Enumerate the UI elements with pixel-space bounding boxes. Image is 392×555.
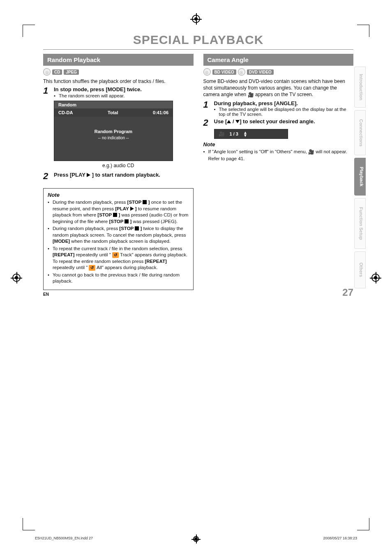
angle-count: 1 / 3 <box>230 131 238 136</box>
note-item: During the random playback, press [STOP … <box>48 199 189 225</box>
page-number: 27 <box>342 287 353 298</box>
registration-mark-top <box>192 15 200 23</box>
footer-file: E5H21UD_NB500MS9_EN.indd 27 <box>35 536 93 540</box>
step-number: 1 <box>43 86 51 98</box>
crop-mark-tl <box>23 25 35 37</box>
badge-jpeg: JPEG <box>64 69 79 75</box>
disc-icon: ◎ <box>43 68 51 76</box>
repeat-icon <box>89 265 95 271</box>
crop-mark-br <box>357 518 369 530</box>
angle-icon: 🎥 <box>219 131 225 137</box>
note-item: You cannot go back to the previous track… <box>48 272 189 285</box>
side-tabs: Introduction Connections Playback Functi… <box>354 67 366 288</box>
step-number: 2 <box>43 172 51 181</box>
badge-cd: CD <box>52 69 62 75</box>
repeat-icon <box>112 252 119 258</box>
step-1-right: 1 During playback, press [ANGLE]. The se… <box>203 100 354 117</box>
tab-playback: Playback <box>354 158 366 196</box>
note-box-left: Note During the random playback, press [… <box>43 188 194 290</box>
tab-connections: Connections <box>354 110 366 155</box>
registration-mark-right <box>371 274 380 282</box>
tab-others: Others <box>354 251 366 288</box>
osd-label-right: 0:41:06 <box>153 110 168 115</box>
disc-badges-right: ◎ BD VIDEO ◎ DVD VIDEO <box>203 68 354 76</box>
step-1-sub: The random screen will appear. <box>54 93 194 98</box>
up-arrow-icon <box>227 120 231 123</box>
title-rule <box>43 49 353 50</box>
badge-dvd-video: DVD VIDEO <box>247 69 274 75</box>
left-column: Random Playback ◎ CD JPEG This function … <box>43 54 194 290</box>
intro-left: This function shuffles the playback orde… <box>43 78 194 85</box>
tab-introduction: Introduction <box>354 67 366 108</box>
step-2-main-r: Use [ / ] to select your desired angle. <box>214 118 354 125</box>
osd-body-line1: Random Program <box>54 129 173 134</box>
step-1-left: 1 In stop mode, press [MODE] twice. The … <box>43 86 194 98</box>
down-arrow-icon <box>235 120 240 123</box>
page-lang: EN <box>43 292 49 297</box>
step-number: 1 <box>203 100 211 117</box>
right-column: Camera Angle ◎ BD VIDEO ◎ DVD VIDEO Some… <box>203 54 354 290</box>
registration-mark-bottom <box>193 536 199 543</box>
main-title: SPECIAL PLAYBACK <box>43 33 353 47</box>
footer-timestamp: 2008/05/27 16:38:23 <box>323 536 357 540</box>
osd-random-screen: Random CD-DA Total 0:41:06 Random Progra… <box>54 101 173 161</box>
note-right: Note If "Angle Icon" setting is "Off" in… <box>203 141 354 162</box>
play-icon <box>87 173 90 177</box>
disc-icon: ◎ <box>238 68 245 76</box>
up-down-arrows-icon: ▲▼ <box>243 131 247 137</box>
osd-title: Random <box>54 101 173 108</box>
osd-label-left: CD-DA <box>58 110 73 115</box>
note-heading: Note <box>48 192 189 198</box>
badge-bd-video: BD VIDEO <box>212 69 236 75</box>
osd-label-mid: Total <box>108 110 118 115</box>
note-item: If "Angle Icon" setting is "Off" in "Oth… <box>203 149 354 162</box>
crop-mark-bl <box>23 518 35 530</box>
heading-random-playback: Random Playback <box>43 54 194 66</box>
play-icon <box>130 207 134 211</box>
step-2-main: Press [PLAY ] to start random playback. <box>54 172 194 179</box>
step-1-sub-r: The selected angle will be displayed on … <box>214 107 354 117</box>
intro-right: Some BD-video and DVD-video contain scen… <box>203 78 354 99</box>
angle-icon: 🎥 <box>308 149 314 155</box>
note-item: During random playback, press [STOP ] tw… <box>48 226 189 245</box>
step-2-right: 2 Use [ / ] to select your desired angle… <box>203 118 354 127</box>
angle-icon: 🎥 <box>248 92 254 98</box>
step-2-left: 2 Press [PLAY ] to start random playback… <box>43 172 194 181</box>
heading-camera-angle: Camera Angle <box>203 54 354 66</box>
step-number: 2 <box>203 118 211 127</box>
print-footer: E5H21UD_NB500MS9_EN.indd 27 2008/05/27 1… <box>35 536 357 540</box>
step-1-main-r: During playback, press [ANGLE]. <box>214 100 354 107</box>
stop-icon <box>113 213 117 217</box>
tab-function-setup: Function Setup <box>354 198 366 249</box>
registration-mark-left <box>12 274 21 282</box>
crop-mark-tr <box>357 25 369 37</box>
angle-osd-bar: 🎥 1 / 3 ▲▼ <box>214 129 288 139</box>
disc-badges-left: ◎ CD JPEG <box>43 68 194 76</box>
note-heading: Note <box>203 141 354 147</box>
osd-caption: e.g.) audio CD <box>43 163 194 168</box>
note-item: To repeat the current track / file in th… <box>48 246 189 271</box>
page-content: SPECIAL PLAYBACK Random Playback ◎ CD JP… <box>43 33 353 290</box>
disc-icon: ◎ <box>203 68 211 76</box>
step-1-main: In stop mode, press [MODE] twice. <box>54 86 194 93</box>
stop-icon <box>135 226 139 230</box>
stop-icon <box>143 200 147 204</box>
osd-body-line2: -- no indication -- <box>54 136 173 140</box>
stop-icon <box>125 219 129 223</box>
